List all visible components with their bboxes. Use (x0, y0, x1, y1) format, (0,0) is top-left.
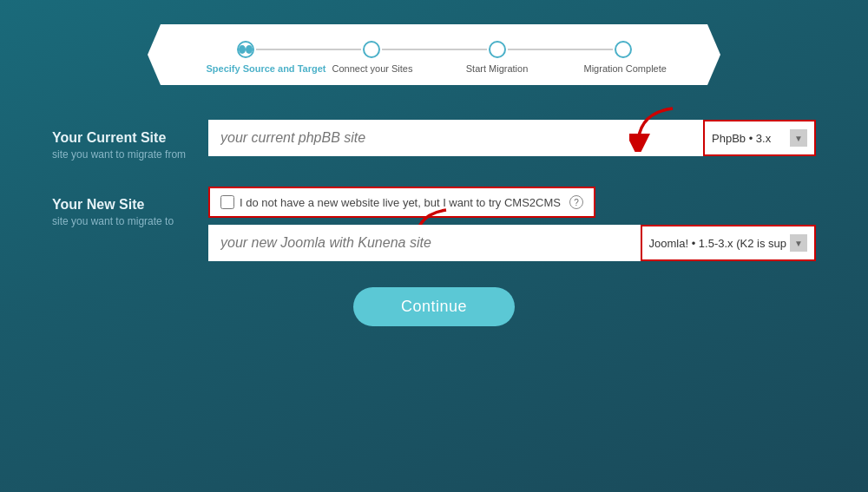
new-site-subtitle: site you want to migrate to (52, 215, 208, 227)
current-site-row: Your Current Site site you want to migra… (52, 120, 816, 161)
step-specify[interactable]: Specify Source and Target (182, 41, 308, 75)
step-connect[interactable]: Connect your Sites (308, 41, 434, 75)
step-circle-specify (237, 41, 254, 58)
step-label-start: Start Migration (466, 62, 529, 75)
wizard-steps: Specify Source and Target Connect your S… (182, 34, 686, 75)
banner-ribbon: Specify Source and Target Connect your S… (148, 24, 720, 85)
step-label-complete: Migration Complete (584, 62, 662, 75)
current-site-input[interactable] (208, 120, 703, 156)
cms2cms-checkbox[interactable] (220, 195, 234, 209)
current-site-dropdown-arrow[interactable]: ▼ (790, 129, 807, 147)
continue-btn-wrap: Continue (52, 287, 816, 326)
new-site-input-row: Joomla! • 1.5-3.x (K2 is sup ▼ (208, 225, 816, 261)
current-site-subtitle: site you want to migrate from (52, 148, 208, 161)
new-site-title: Your New Site (52, 197, 208, 213)
new-site-inputs: I do not have a new website live yet, bu… (208, 187, 816, 261)
new-site-dropdown[interactable]: Joomla! • 1.5-3.x (K2 is sup ▼ (641, 225, 816, 261)
new-site-dropdown-value: Joomla! • 1.5-3.x (K2 is sup (649, 237, 786, 250)
current-site-dropdown[interactable]: PhpBb • 3.x ▼ (703, 120, 816, 156)
current-site-title: Your Current Site (52, 130, 208, 146)
current-site-input-row: PhpBb • 3.x ▼ (208, 120, 816, 156)
wizard-banner: Specify Source and Target Connect your S… (0, 24, 868, 85)
step-label-connect: Connect your Sites (332, 62, 411, 75)
main-content: Your Current Site site you want to migra… (0, 94, 868, 352)
step-circle-complete (615, 41, 632, 58)
current-site-dropdown-value: PhpBb • 3.x (712, 132, 786, 145)
step-circle-connect (363, 41, 380, 58)
step-dot-specify (239, 45, 246, 54)
new-site-dropdown-arrow[interactable]: ▼ (790, 234, 807, 252)
current-site-inputs: PhpBb • 3.x ▼ (208, 120, 816, 156)
cms2cms-checkbox-label: I do not have a new website live yet, bu… (240, 196, 561, 209)
continue-button[interactable]: Continue (353, 287, 515, 326)
cms2cms-checkbox-row: I do not have a new website live yet, bu… (208, 187, 595, 218)
new-site-label: Your New Site site you want to migrate t… (52, 187, 208, 227)
step-start[interactable]: Start Migration (434, 41, 560, 75)
help-icon[interactable]: ? (569, 195, 583, 209)
step-circle-start (489, 41, 506, 58)
new-site-row: Your New Site site you want to migrate t… (52, 187, 816, 261)
new-site-input[interactable] (208, 225, 641, 261)
step-label-specify: Specify Source and Target (207, 62, 285, 75)
step-complete[interactable]: Migration Complete (560, 41, 686, 75)
current-site-label: Your Current Site site you want to migra… (52, 120, 208, 161)
